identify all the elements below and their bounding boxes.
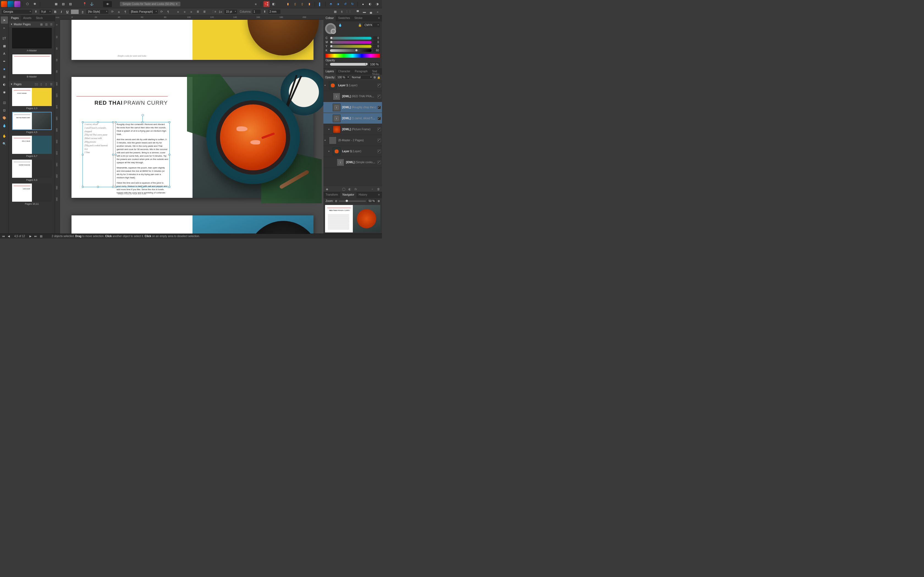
view-mode-1-icon[interactable]: ▦	[53, 1, 59, 7]
master-opts-1-icon[interactable]: ▦	[39, 22, 43, 26]
align-right-button[interactable]: ≡	[189, 9, 194, 15]
master-b-thumb[interactable]: B-Master	[10, 54, 53, 78]
tab-layers[interactable]: Layers	[323, 69, 336, 75]
bold-button[interactable]: B	[53, 10, 58, 13]
align-group-icon[interactable]: ▌	[317, 1, 323, 7]
vector-crop-tool[interactable]: ◫	[1, 99, 8, 106]
master-pages-header[interactable]: ▼ Master Pages ▦ ▥ ☰	[9, 21, 55, 27]
yellow-slider[interactable]: Y0	[323, 45, 382, 48]
layer-row[interactable]: T[IDML] (Simple cooks for	[323, 157, 382, 168]
list-bullet-button[interactable]: ⋮≡	[211, 9, 217, 15]
opacity-slider[interactable]: ○ 100 %	[323, 62, 382, 67]
zoom-tool[interactable]: 🔍	[1, 140, 8, 147]
pen-tool[interactable]: ✒	[1, 58, 8, 65]
visibility-checkbox[interactable]	[378, 139, 381, 142]
black-slider[interactable]: K60	[323, 48, 382, 52]
char-style-dropdown[interactable]: [No Style]	[86, 10, 108, 14]
prev-page-button[interactable]: ◀	[7, 235, 10, 238]
colour-mode-dropdown[interactable]: CMYK	[363, 23, 380, 27]
rotate-ccw-icon[interactable]: ↺	[342, 1, 348, 7]
delete-layer-icon[interactable]: 🗑	[376, 187, 380, 191]
spread-thumb-8-9[interactable]: HUNTER COUSCOUS Pages 8,9	[10, 160, 53, 181]
fill-tool[interactable]: 🎨	[1, 114, 8, 121]
underline-button[interactable]: U	[65, 10, 70, 13]
flip-v-icon[interactable]: ⬗	[335, 1, 341, 7]
tab-stroke[interactable]: Stroke	[352, 15, 365, 21]
char-style-a-icon[interactable]: a̲	[80, 9, 85, 15]
text-color-swatch[interactable]	[71, 10, 79, 14]
typography-fi-icon[interactable]: fi	[339, 9, 344, 15]
frame-top-icon[interactable]: ▀	[355, 9, 360, 15]
arrange-backward-icon[interactable]: ▯	[299, 1, 305, 7]
view-mode-2-icon[interactable]: ▧	[60, 1, 66, 7]
visibility-checkbox[interactable]	[378, 150, 381, 153]
navigator-preview[interactable]: RED THAI PRAWN CURRY	[325, 205, 380, 232]
preview-icon[interactable]: 👁	[103, 1, 112, 7]
tab-navigator[interactable]: Navigator	[340, 192, 356, 198]
disclosure-triangle-icon[interactable]: ▾	[328, 150, 331, 153]
flip-h-icon[interactable]: ⬘	[328, 1, 334, 7]
layer-fx-icon[interactable]: fx	[354, 187, 358, 191]
anchor-icon[interactable]: ⚓	[89, 1, 95, 7]
polygon-icon[interactable]: ⬠	[24, 1, 31, 7]
master-opts-3-icon[interactable]: ☰	[49, 22, 53, 26]
crop-tool[interactable]: ⊡	[1, 106, 8, 114]
page-menu-button[interactable]: ▤	[39, 235, 43, 238]
document-title[interactable]: Simple Cooks for Taste and Looks (50.0%)…	[120, 2, 180, 6]
designer-persona-icon[interactable]	[8, 1, 14, 7]
zoom-out-button[interactable]: ⊖	[335, 200, 337, 203]
font-family-dropdown[interactable]: Georgia	[2, 10, 32, 14]
master-a-thumb[interactable]: A-Master	[10, 28, 53, 52]
align-justify-button[interactable]: ≣	[195, 9, 201, 15]
visibility-checkbox[interactable]	[378, 117, 381, 120]
align-left-button[interactable]: ≡	[176, 9, 181, 15]
pages-opts-4-icon[interactable]: ☰	[49, 82, 53, 86]
zoom-slider[interactable]	[339, 201, 366, 201]
vertical-ruler[interactable]: 02040 6080100 120140160 180200220 240260…	[55, 20, 60, 234]
publisher-app-icon[interactable]	[1, 1, 7, 7]
gutter-input[interactable]: 2 mm	[268, 10, 281, 14]
blend-mode-dropdown[interactable]: Normal	[351, 76, 372, 79]
layer-opacity-dropdown[interactable]: 100 %	[336, 76, 349, 79]
spread-thumb-10-11[interactable]: CATCH SOUP Pages 10,11	[10, 184, 53, 205]
char-panel-icon[interactable]: ▦	[333, 9, 338, 15]
cyan-slider[interactable]: C0	[323, 36, 382, 40]
tab-character[interactable]: Character	[336, 69, 352, 75]
colour-picker-tool[interactable]: 💧	[1, 122, 8, 129]
align-last-button[interactable]: ≣	[202, 9, 207, 15]
char-a-icon[interactable]: a	[116, 9, 121, 15]
layer-row[interactable]: T[IDML] (RED THAI PRAWN C	[323, 91, 382, 102]
spectrum-bar[interactable]	[326, 54, 380, 58]
columns-input[interactable]: 1	[252, 10, 261, 14]
rotate-cw-icon[interactable]: ↻	[349, 1, 355, 7]
para-style-dropdown[interactable]: [Basic Paragraph]	[129, 10, 158, 14]
gear-icon[interactable]: ⚙	[373, 76, 376, 79]
pilcrow-icon[interactable]: ¶	[166, 9, 171, 15]
pages-opts-2-icon[interactable]: ▯	[39, 82, 43, 86]
disclosure-triangle-icon[interactable]: ▾	[328, 128, 331, 131]
update-style-icon[interactable]: ⟳	[110, 9, 115, 15]
layer-row[interactable]: ▾Layer 1 (Layer)	[323, 80, 382, 91]
artistic-text-tool[interactable]: A	[1, 50, 8, 57]
canvas[interactable]: mm 02040 6080100 120140160 180200 02040 …	[55, 15, 323, 234]
visibility-checkbox[interactable]	[378, 106, 381, 109]
eyedropper-icon[interactable]: 💧	[338, 23, 342, 27]
spread-thumb-2-3[interactable]: STICKY CHICKEN Pages 2,3	[10, 88, 53, 110]
tab-paragraph[interactable]: Paragraph	[352, 69, 370, 75]
align-center-button[interactable]: ≡	[182, 9, 187, 15]
pan-tool[interactable]: ✋	[1, 132, 8, 140]
add-layer-icon[interactable]: ▫	[370, 187, 374, 191]
tab-stock[interactable]: Stock	[34, 15, 45, 21]
panel-menu-icon[interactable]: ≡	[376, 192, 382, 198]
frame-text-tool[interactable]: ▯T	[1, 35, 8, 42]
horizontal-ruler[interactable]: 02040 6080100 120140160 180200	[60, 15, 323, 20]
spread-thumb-6-7[interactable]: GRILLO SALAD Pages 6,7	[10, 136, 53, 158]
arrange-forward-icon[interactable]: ▯	[292, 1, 298, 7]
arrange-front-icon[interactable]: ▮	[285, 1, 291, 7]
tab-pages[interactable]: Pages	[9, 15, 21, 21]
layer-row[interactable]: ▾Layer 1 (Layer)	[323, 146, 382, 157]
tab-colour[interactable]: Colour	[323, 15, 336, 21]
baseline-grid-icon[interactable]: ≡	[253, 1, 259, 7]
table-tool[interactable]: ▦	[1, 42, 8, 50]
first-page-button[interactable]: ⏮	[2, 235, 5, 238]
